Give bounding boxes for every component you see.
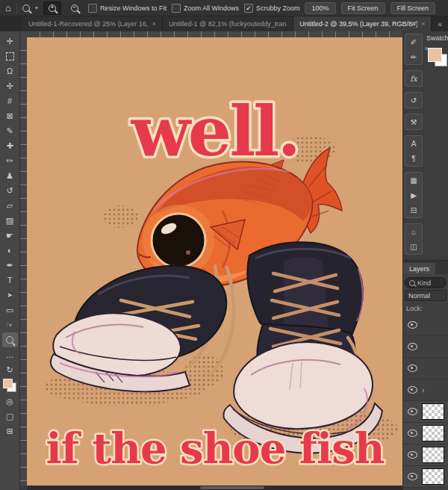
rotate-view-tool[interactable]: ↻	[2, 362, 18, 377]
collapsed-panels-strip: ✐ ✏ fx ↺ ⚒ A ¶ ▦ ▶ ⊟ ⌂ ◫	[405, 34, 423, 260]
brush-settings-panel-icon[interactable]: ✏	[405, 49, 422, 64]
poster-title-text: well.	[131, 91, 299, 172]
layer-visibility-eye-icon[interactable]	[408, 365, 417, 372]
workspace-button[interactable]: ⊞	[2, 424, 18, 438]
scrubby-zoom-checkbox[interactable]: ✓ Scrubby Zoom	[244, 4, 300, 13]
layer-row[interactable]	[403, 314, 448, 336]
character-panel-icon[interactable]: A	[405, 136, 422, 151]
timeline-panel-icon[interactable]: ▦	[405, 173, 422, 187]
tab-title: Untitled-1-Recovered @ 25% (Layer 16,...	[28, 20, 149, 28]
dodge-tool[interactable]: ◐	[2, 243, 18, 258]
layer-group-row[interactable]: ›	[403, 379, 448, 401]
layer-visibility-eye-icon[interactable]	[408, 473, 417, 480]
swatches-panel: Swatches	[425, 31, 448, 75]
color-swatches[interactable]	[2, 379, 17, 392]
eyedropper-tool[interactable]: ✎	[2, 123, 18, 138]
zoom-all-windows-checkbox[interactable]: Zoom All Windows	[172, 4, 239, 13]
clone-stamp-tool[interactable]: ♟	[2, 168, 18, 183]
healing-brush-tool[interactable]: ✚	[2, 138, 18, 153]
zoom-tool[interactable]	[2, 332, 18, 347]
tab-untitled-1[interactable]: Untitled-1 @ 82,1% (fuckyouteddy_tran...	[163, 16, 293, 31]
crop-tool[interactable]: #	[2, 93, 18, 108]
chevron-down-icon[interactable]: ▾	[35, 4, 38, 11]
close-icon[interactable]: ×	[152, 20, 156, 28]
foreground-color-swatch[interactable]	[3, 379, 13, 388]
group-expander-icon[interactable]: ›	[422, 386, 424, 394]
layer-styles-panel-icon[interactable]: fx	[405, 71, 422, 86]
canvas[interactable]: well.	[27, 37, 403, 486]
tab-untitled-1-recovered[interactable]: Untitled-1-Recovered @ 25% (Layer 16,...…	[22, 16, 163, 31]
hand-tool[interactable]: ☞	[2, 317, 18, 332]
layer-thumbnail[interactable]	[422, 447, 444, 463]
blend-mode-select[interactable]: Normal	[405, 290, 447, 301]
layers-panel-tab[interactable]: Layers	[403, 263, 435, 274]
history-panel-icon[interactable]: ↺	[405, 93, 422, 108]
options-bar: ⌂ ▾ + − Resize Windows to Fit Zoom All W…	[0, 0, 448, 16]
layer-visibility-eye-icon[interactable]	[408, 408, 417, 415]
zoom-tool-icon[interactable]	[22, 4, 30, 12]
lock-row: Lock:	[403, 303, 448, 314]
frame-tool[interactable]: ⊠	[2, 108, 18, 123]
layer-row[interactable]	[403, 444, 448, 466]
tab-title: Untitled-1 @ 82,1% (fuckyouteddy_tran...	[169, 20, 287, 28]
zoom-in-button[interactable]: +	[43, 1, 61, 15]
zoom-out-button[interactable]: −	[66, 2, 83, 14]
layer-row[interactable]	[403, 358, 448, 379]
marquee-tool[interactable]	[2, 49, 18, 63]
edit-toolbar-button[interactable]: …	[2, 347, 18, 362]
layer-filter-field[interactable]: Kind	[405, 277, 447, 288]
collapse-dock-icon[interactable]: «	[432, 16, 448, 31]
notes-panel-icon[interactable]: ⊟	[405, 202, 422, 217]
smudge-tool[interactable]: ☛	[2, 228, 18, 243]
pen-tool[interactable]: ✒	[2, 258, 18, 273]
path-selection-tool[interactable]: ➤	[2, 288, 18, 303]
shape-tool[interactable]: ▭	[2, 303, 18, 317]
eraser-tool[interactable]: ▱	[2, 198, 18, 213]
brush-tool[interactable]: ✏	[2, 153, 18, 168]
quick-mask-button[interactable]: ◎	[2, 394, 18, 409]
tab-untitled-2[interactable]: Untitled-2 @ 39,5% (Layer 39, RGB/8#) * …	[293, 16, 432, 31]
home-icon[interactable]: ⌂	[5, 3, 11, 13]
checkbox-icon[interactable]	[88, 4, 97, 13]
layer-row[interactable]	[403, 336, 448, 358]
tool-presets-panel-icon[interactable]: ⚒	[405, 114, 422, 129]
object-selection-tool[interactable]: ✢	[2, 78, 18, 93]
resize-windows-checkbox[interactable]: Resize Windows to Fit	[88, 4, 167, 13]
paragraph-panel-icon[interactable]: ¶	[405, 151, 422, 166]
layer-thumbnail[interactable]	[422, 403, 444, 420]
properties-panel-icon[interactable]: ◫	[405, 239, 422, 254]
move-tool[interactable]: ✛	[2, 34, 18, 49]
layer-visibility-eye-icon[interactable]	[408, 321, 417, 329]
history-brush-tool[interactable]: ↺	[2, 183, 18, 198]
checkbox-icon[interactable]	[172, 4, 181, 13]
swatches-panel-label[interactable]: Swatches	[425, 31, 448, 45]
zoom-100-button[interactable]: 100%	[305, 2, 335, 14]
foreground-swatch[interactable]	[428, 48, 442, 62]
layer-thumbnail[interactable]	[422, 425, 444, 441]
scrollbar-thumb[interactable]	[200, 486, 264, 489]
layer-visibility-eye-icon[interactable]	[408, 451, 417, 459]
actions-panel-icon[interactable]: ▶	[405, 187, 422, 202]
layer-row[interactable]	[403, 423, 448, 444]
checkbox-checked-icon[interactable]: ✓	[244, 4, 253, 13]
artwork-fish-in-sneakers: well.	[27, 37, 403, 486]
screen-mode-button[interactable]: ▢	[2, 409, 18, 424]
fit-screen-button[interactable]: Fit Screen	[341, 2, 385, 14]
gradient-tool[interactable]: ▨	[2, 213, 18, 228]
layer-row[interactable]	[403, 401, 448, 423]
type-tool[interactable]: T	[2, 273, 18, 288]
layer-row[interactable]	[403, 466, 448, 488]
layer-visibility-eye-icon[interactable]	[408, 343, 417, 350]
layer-visibility-eye-icon[interactable]	[408, 429, 417, 437]
horizontal-scrollbar[interactable]	[27, 486, 403, 490]
photoshop-window: ⌂ ▾ + − Resize Windows to Fit Zoom All W…	[0, 0, 448, 490]
layers-panel: Layers Kind Normal Lock: ›	[403, 260, 448, 490]
brush-panel-icon[interactable]: ✐	[405, 34, 422, 49]
libraries-panel-icon[interactable]: ⌂	[405, 224, 422, 239]
close-icon[interactable]: ×	[421, 20, 425, 28]
lasso-tool[interactable]: Ω	[2, 63, 18, 78]
layer-visibility-eye-icon[interactable]	[408, 386, 417, 394]
layer-thumbnail[interactable]	[422, 468, 444, 485]
checkbox-label: Scrubby Zoom	[256, 4, 300, 12]
fill-screen-button[interactable]: Fill Screen	[391, 2, 436, 14]
